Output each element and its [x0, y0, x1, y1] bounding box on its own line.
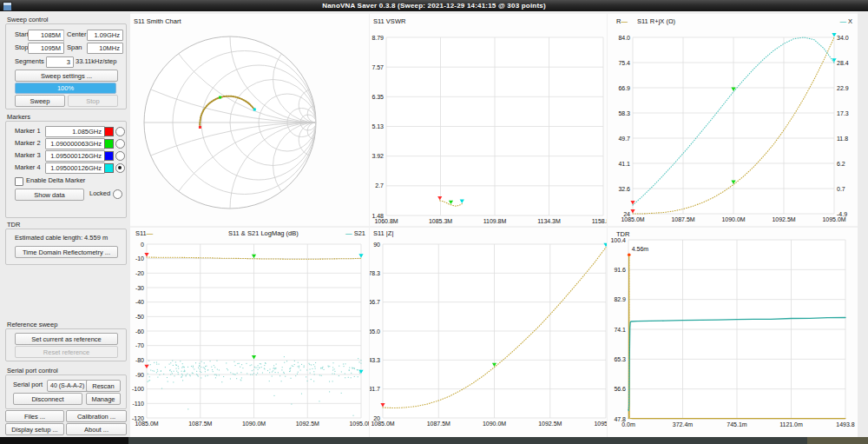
- disconnect-button[interactable]: Disconnect: [13, 393, 82, 405]
- marker-frequency-input[interactable]: 1.095000126GHz: [45, 162, 105, 174]
- svg-text:1092.5M: 1092.5M: [538, 421, 562, 427]
- svg-text:32.6: 32.6: [618, 186, 630, 192]
- svg-text:1087.5M: 1087.5M: [671, 216, 694, 222]
- marker-frequency-input[interactable]: 1.090000063GHz: [45, 138, 105, 149]
- enable-delta-label: Enable Delta Marker: [26, 176, 85, 186]
- svg-text:-30: -30: [135, 285, 144, 291]
- svg-text:31.7: 31.7: [370, 386, 380, 392]
- vswr-chart[interactable]: 1060.8M1085.3M1109.8M1134.3M1158.8M8.797…: [370, 14, 607, 226]
- reset-reference-button[interactable]: Reset reference: [15, 346, 118, 358]
- marker-color-swatch[interactable]: [104, 151, 114, 161]
- locked-radio[interactable]: [113, 189, 122, 199]
- svg-text:372.4m: 372.4m: [673, 421, 694, 427]
- title-bar: NanoVNA Saver 0.3.8 (Sweep: 2021-12-29 1…: [0, 0, 868, 11]
- reference-sweep-title: Reference sweep: [7, 321, 57, 328]
- svg-text:43.3: 43.3: [370, 357, 380, 363]
- manage-button[interactable]: Manage: [86, 393, 121, 405]
- marker-select-radio[interactable]: [115, 151, 125, 161]
- tdr-chart-panel: TDR 0.0m372.4m745.1m1121.0m1493.8100.491…: [608, 228, 858, 437]
- svg-text:0.7: 0.7: [837, 186, 845, 192]
- stop-button[interactable]: Stop: [68, 95, 118, 107]
- svg-text:1134.3M: 1134.3M: [537, 218, 561, 224]
- svg-text:17.3: 17.3: [837, 110, 849, 116]
- svg-text:-50: -50: [135, 314, 144, 320]
- svg-text:-40: -40: [135, 299, 144, 305]
- smith-chart[interactable]: [130, 14, 369, 226]
- svg-text:90: 90: [373, 242, 380, 248]
- tdr-chart[interactable]: 0.0m372.4m745.1m1121.0m1493.8100.491.682…: [608, 228, 858, 437]
- marker-color-swatch[interactable]: [104, 127, 114, 136]
- svg-text:28.4: 28.4: [837, 60, 849, 66]
- svg-text:2.7: 2.7: [375, 182, 384, 189]
- svg-text:34.0: 34.0: [837, 35, 849, 41]
- marker-frequency-input[interactable]: 1.095000126GHz: [45, 150, 105, 162]
- start-input[interactable]: 1085M: [28, 30, 64, 41]
- svg-text:74.1: 74.1: [614, 327, 626, 333]
- segments-input[interactable]: 3: [46, 56, 74, 68]
- marker-select-radio[interactable]: [115, 127, 125, 136]
- tdr-group: Estimated cable length: 4.559 m Time Dom…: [5, 229, 127, 265]
- svg-text:24: 24: [623, 211, 630, 217]
- about-button[interactable]: About ...: [66, 423, 127, 435]
- sweep-settings-button[interactable]: Sweep settings ...: [15, 70, 118, 82]
- show-data-button[interactable]: Show data: [15, 189, 84, 201]
- svg-text:82.9: 82.9: [614, 296, 626, 302]
- tdr-button[interactable]: Time Domain Reflectometry ...: [15, 246, 118, 258]
- svg-text:41.1: 41.1: [618, 161, 630, 167]
- center-input[interactable]: 1.09GHz: [87, 30, 123, 41]
- svg-text:84.0: 84.0: [618, 35, 630, 41]
- stop-input[interactable]: 1095M: [28, 43, 64, 54]
- svg-text:1.48: 1.48: [372, 213, 384, 219]
- svg-text:0: 0: [141, 242, 144, 248]
- svg-text:1109.8M: 1109.8M: [483, 218, 507, 224]
- rescan-button[interactable]: Rescan: [86, 380, 121, 392]
- rjx-chart[interactable]: 1085.0M1087.5M1090.0M1092.5M1095.0M84.07…: [608, 14, 858, 226]
- svg-text:75.4: 75.4: [618, 60, 630, 66]
- svg-text:-60: -60: [135, 328, 144, 335]
- svg-text:66.7: 66.7: [370, 299, 380, 305]
- marker-frequency-input[interactable]: 1.085GHz: [45, 126, 105, 137]
- sweep-control-title: Sweep control: [7, 16, 49, 23]
- svg-text:1085.0M: 1085.0M: [621, 216, 644, 222]
- calibration-button[interactable]: Calibration ...: [66, 410, 127, 422]
- svg-text:-80: -80: [135, 357, 144, 363]
- bottom-strip-segment: [807, 437, 868, 444]
- marker-label: Marker 2: [15, 138, 41, 149]
- cable-length-text: Estimated cable length: 4.559 m: [15, 233, 108, 243]
- window-icon: [3, 2, 12, 11]
- charts-area: S11 Smith Chart S11 VSWR 1060.8M1085.3M1…: [130, 11, 858, 437]
- marker-select-radio[interactable]: [115, 139, 125, 149]
- svg-text:8.79: 8.79: [372, 35, 384, 41]
- z-chart[interactable]: 1085.0M1087.5M1090.0M1092.5M1095.0M9078.…: [370, 228, 607, 437]
- locked-label: Locked: [89, 189, 110, 199]
- enable-delta-checkbox[interactable]: [15, 177, 23, 186]
- svg-text:4.56m: 4.56m: [632, 246, 649, 252]
- display-setup-button[interactable]: Display setup ...: [5, 423, 64, 435]
- svg-text:1090.0M: 1090.0M: [721, 216, 745, 222]
- marker-color-swatch[interactable]: [104, 139, 114, 149]
- svg-text:56.6: 56.6: [614, 386, 626, 392]
- svg-text:-70: -70: [135, 342, 144, 348]
- svg-text:91.6: 91.6: [614, 267, 626, 273]
- svg-text:3.92: 3.92: [372, 153, 384, 159]
- svg-text:-90: -90: [135, 372, 144, 378]
- span-input[interactable]: 10MHz: [87, 43, 123, 54]
- sweep-button[interactable]: Sweep: [15, 95, 65, 107]
- step-info: 33.11kHz/step: [76, 56, 116, 67]
- set-reference-button[interactable]: Set current as reference: [15, 333, 118, 345]
- svg-text:100.4: 100.4: [610, 237, 626, 243]
- logmag-chart[interactable]: 1085.0M1087.5M1090.0M1092.5M1095.0M0-10-…: [130, 228, 369, 437]
- svg-text:1158.8M: 1158.8M: [592, 218, 607, 224]
- svg-text:1087.5M: 1087.5M: [188, 421, 212, 427]
- sweep-control-group: Start 1085M Center 1.09GHz Stop 1095M Sp…: [5, 23, 127, 109]
- vswr-chart-panel: S11 VSWR 1060.8M1085.3M1109.8M1134.3M115…: [370, 14, 607, 226]
- svg-text:-110: -110: [133, 401, 145, 407]
- stop-label: Stop: [15, 43, 28, 53]
- svg-text:65.3: 65.3: [614, 356, 626, 362]
- svg-text:-4.9: -4.9: [837, 211, 847, 217]
- marker-select-radio[interactable]: [115, 163, 125, 173]
- svg-text:-10: -10: [135, 255, 144, 262]
- marker-color-swatch[interactable]: [104, 163, 114, 173]
- svg-text:1095.0M: 1095.0M: [594, 421, 607, 427]
- files-button[interactable]: Files ...: [5, 410, 64, 422]
